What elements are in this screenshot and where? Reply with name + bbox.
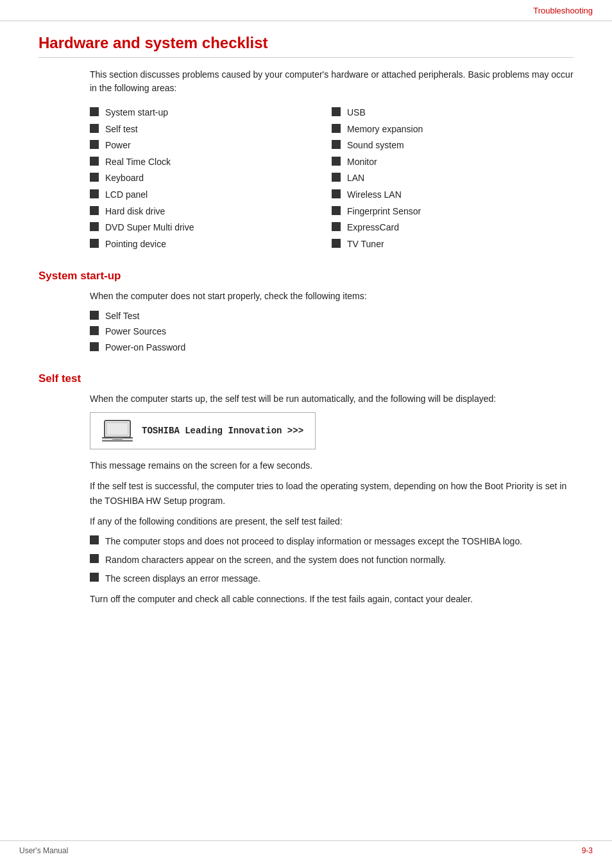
top-bar: Troubleshooting xyxy=(0,0,612,21)
bullet-icon xyxy=(90,535,99,544)
checklist-item: Keyboard xyxy=(90,172,332,185)
footer-right: 9-3 xyxy=(582,846,593,855)
page-title: Hardware and system checklist xyxy=(38,34,574,58)
bullet-icon xyxy=(90,189,99,198)
bullet-icon xyxy=(332,140,341,149)
bullet-icon xyxy=(332,107,341,116)
system-startup-section: System start-up When the computer does n… xyxy=(38,270,574,354)
failure-list-item: The computer stops and does not proceed … xyxy=(90,535,574,548)
svg-rect-1 xyxy=(106,422,128,435)
failure-list-item: Random characters appear on the screen, … xyxy=(90,553,574,567)
self-test-para4: If any of the following conditions are p… xyxy=(90,514,574,528)
bullet-icon xyxy=(332,157,341,166)
startup-list-item: Self Test xyxy=(90,310,574,323)
self-test-para3: If the self test is successful, the comp… xyxy=(90,479,574,508)
intro-text: This section discusses problems caused b… xyxy=(90,68,574,95)
checklist-item: Monitor xyxy=(332,156,574,169)
system-startup-intro: When the computer does not start properl… xyxy=(90,289,574,303)
bullet-icon xyxy=(90,342,99,351)
checklist-item: Real Time Clock xyxy=(90,156,332,169)
checklist-item: Wireless LAN xyxy=(332,189,574,202)
section-label: Troubleshooting xyxy=(533,6,593,15)
bullet-icon xyxy=(332,124,341,133)
startup-list-item: Power Sources xyxy=(90,326,574,338)
bullet-icon xyxy=(90,157,99,166)
bullet-icon xyxy=(90,107,99,116)
checklist-item: ExpressCard xyxy=(332,221,574,234)
bullet-icon xyxy=(332,173,341,182)
bullet-icon xyxy=(90,222,99,231)
checklist-item: Sound system xyxy=(332,139,574,152)
self-test-para5: Turn off the computer and check all cabl… xyxy=(90,592,574,606)
bullet-icon xyxy=(90,326,99,335)
system-startup-list: Self TestPower SourcesPower-on Password xyxy=(90,310,574,354)
bullet-icon xyxy=(90,124,99,133)
checklist-item: Self test xyxy=(90,123,332,136)
svg-rect-3 xyxy=(112,438,123,440)
checklist-item: LCD panel xyxy=(90,189,332,202)
checklist-item: TV Tuner xyxy=(332,238,574,251)
main-content: Hardware and system checklist This secti… xyxy=(0,21,612,650)
checklist-item: DVD Super Multi drive xyxy=(90,221,332,234)
bullet-icon xyxy=(332,239,341,248)
checklist-left-col: System start-upSelf testPowerReal Time C… xyxy=(90,107,332,254)
startup-list-item: Power-on Password xyxy=(90,342,574,354)
footer-bar: User's Manual 9-3 xyxy=(0,840,612,855)
toshiba-code-text: TOSHIBA Leading Innovation >>> xyxy=(142,426,303,436)
self-test-para1: When the computer starts up, the self te… xyxy=(90,392,574,406)
bullet-icon xyxy=(332,189,341,198)
checklist-item: LAN xyxy=(332,172,574,185)
failure-list: The computer stops and does not proceed … xyxy=(90,535,574,586)
footer-left: User's Manual xyxy=(19,846,68,855)
bullet-icon xyxy=(90,311,99,320)
checklist-item: Power xyxy=(90,139,332,152)
bullet-icon xyxy=(90,573,99,582)
bullet-icon xyxy=(90,173,99,182)
bullet-icon xyxy=(90,239,99,248)
checklist-item: Pointing device xyxy=(90,238,332,251)
svg-rect-4 xyxy=(102,440,133,442)
checklist-item: USB xyxy=(332,107,574,119)
toshiba-message-box: TOSHIBA Leading Innovation >>> xyxy=(90,412,316,449)
self-test-section: Self test When the computer starts up, t… xyxy=(38,372,574,607)
laptop-icon xyxy=(102,419,133,442)
checklist-item: Fingerprint Sensor xyxy=(332,205,574,218)
checklist-grid: System start-upSelf testPowerReal Time C… xyxy=(90,107,574,254)
bullet-icon xyxy=(90,206,99,215)
bullet-icon xyxy=(332,206,341,215)
checklist-item: System start-up xyxy=(90,107,332,119)
system-startup-title: System start-up xyxy=(38,270,574,282)
checklist-right-col: USBMemory expansionSound systemMonitorLA… xyxy=(332,107,574,254)
checklist-item: Hard disk drive xyxy=(90,205,332,218)
self-test-para2: This message remains on the screen for a… xyxy=(90,458,574,473)
bullet-icon xyxy=(90,140,99,149)
failure-list-item: The screen displays an error message. xyxy=(90,572,574,586)
bullet-icon xyxy=(332,222,341,231)
checklist-item: Memory expansion xyxy=(332,123,574,136)
self-test-title: Self test xyxy=(38,372,574,385)
bullet-icon xyxy=(90,554,99,563)
